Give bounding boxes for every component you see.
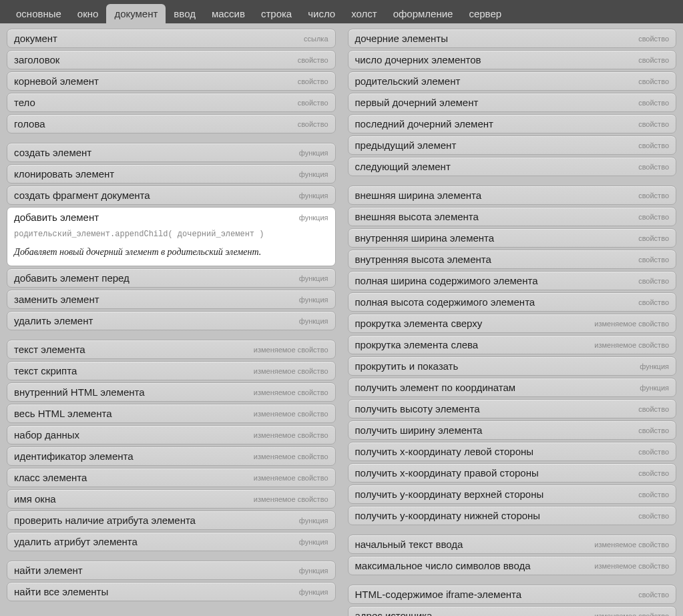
api-item[interactable]: клонировать элементфункция [7, 164, 336, 184]
api-item[interactable]: следующий элементсвойство [348, 157, 677, 176]
api-item[interactable]: удалить атрибут элементафункция [7, 532, 336, 551]
item-label: удалить атрибут элемента [14, 536, 138, 547]
item-label: прокрутка элемента слева [355, 339, 479, 350]
tab-сервер[interactable]: сервер [461, 4, 509, 23]
api-item[interactable]: найти все элементыфункция [7, 582, 336, 601]
api-item[interactable]: предыдущий элементсвойство [348, 135, 677, 155]
api-item[interactable]: добавить элемент передфункция [7, 268, 336, 288]
api-item[interactable]: получить y-координату верхней сторонысво… [348, 485, 677, 504]
api-item[interactable]: класс элементаизменяемое свойство [7, 468, 336, 487]
item-badge: свойство [638, 120, 669, 128]
item-label: адрес источника [355, 610, 433, 616]
api-item[interactable]: заголовоксвойство [7, 50, 336, 69]
item-label: класс элемента [14, 472, 87, 483]
item-badge: ссылка [304, 35, 328, 43]
api-item[interactable]: получить элемент по координатамфункция [348, 378, 677, 397]
item-label: прокрутка элемента сверху [355, 318, 483, 329]
api-item[interactable]: прокрутка элемента слеваизменяемое свойс… [348, 335, 677, 354]
item-label: весь HTML элемента [14, 408, 111, 419]
api-item[interactable]: найти элементфункция [7, 561, 336, 580]
item-label: первый дочерний элемент [355, 97, 479, 108]
tab-ввод[interactable]: ввод [166, 4, 204, 23]
api-item[interactable]: идентификатор элементаизменяемое свойств… [7, 446, 336, 466]
api-item[interactable]: внутренняя высота элементасвойство [348, 250, 677, 269]
api-item[interactable]: создать фрагмент документафункция [7, 186, 336, 205]
right-column: дочерние элементысвойствочисло дочерних … [348, 29, 677, 616]
item-group: HTML-содержимое iframe-элементасвойствоа… [348, 585, 677, 616]
item-label: создать элемент [14, 147, 91, 158]
api-item[interactable]: получить высоту элементасвойство [348, 399, 677, 418]
api-item[interactable]: внутренний HTML элементаизменяемое свойс… [7, 382, 336, 402]
api-item[interactable]: полная ширина содержимого элементасвойст… [348, 271, 677, 290]
item-label: текст элемента [14, 344, 85, 355]
api-item[interactable]: получить x-координату левой сторонысвойс… [348, 442, 677, 461]
item-badge: свойство [638, 163, 669, 171]
item-badge: изменяемое свойство [254, 474, 328, 482]
item-label: внутренняя высота элемента [355, 254, 491, 265]
api-item[interactable]: удалить элементфункция [7, 311, 336, 330]
api-item[interactable]: получить y-координату нижней сторонысвой… [348, 506, 677, 525]
api-item[interactable]: внутренняя ширина элементасвойство [348, 228, 677, 248]
api-item[interactable]: корневой элементсвойство [7, 71, 336, 91]
api-item[interactable]: адрес источникаизменяемое свойство [348, 606, 677, 616]
api-item[interactable]: весь HTML элементаизменяемое свойство [7, 404, 336, 423]
item-label: внутренняя ширина элемента [355, 232, 495, 244]
api-item[interactable]: HTML-содержимое iframe-элементасвойство [348, 585, 677, 604]
tab-основные[interactable]: основные [8, 4, 69, 23]
item-group: дочерние элементысвойствочисло дочерних … [348, 29, 677, 176]
item-badge: изменяемое свойство [594, 562, 669, 570]
api-item[interactable]: головасвойство [7, 114, 336, 133]
api-item[interactable]: телосвойство [7, 93, 336, 112]
api-item[interactable]: получить ширину элементасвойство [348, 420, 677, 440]
tab-строка[interactable]: строка [253, 4, 300, 23]
api-item[interactable]: дочерние элементысвойство [348, 29, 677, 48]
tab-окно[interactable]: окно [69, 4, 107, 23]
item-badge: свойство [638, 491, 669, 499]
api-item[interactable]: заменить элементфункция [7, 290, 336, 309]
item-badge: свойство [298, 120, 328, 128]
api-item[interactable]: максимальное число символов вводаизменяе… [348, 556, 677, 575]
item-label: найти все элементы [14, 586, 108, 597]
item-badge: свойство [298, 99, 328, 107]
item-badge: изменяемое свойство [594, 612, 669, 617]
item-badge: функция [640, 384, 669, 392]
item-badge: свойство [638, 405, 669, 413]
api-item[interactable]: имя окнаизменяемое свойство [7, 489, 336, 509]
item-badge: функция [299, 192, 328, 200]
item-label: найти элемент [14, 565, 83, 576]
api-item[interactable]: прокрутить и показатьфункция [348, 356, 677, 376]
item-label: заголовок [14, 54, 59, 65]
api-item[interactable]: создать элементфункция [7, 143, 336, 162]
api-item[interactable]: текст элементаизменяемое свойство [7, 340, 336, 359]
item-group: документссылказаголовоксвойствокорневой … [7, 29, 336, 133]
api-item[interactable]: проверить наличие атрибута элементафункц… [7, 511, 336, 530]
api-item[interactable]: текст скриптаизменяемое свойство [7, 361, 336, 380]
api-item[interactable]: полная высота содержимого элементасвойст… [348, 292, 677, 312]
api-item[interactable]: первый дочерний элементсвойство [348, 93, 677, 112]
api-item[interactable]: внешняя высота элементасвойство [348, 207, 677, 226]
item-label: идентификатор элемента [14, 450, 134, 462]
api-item[interactable]: документссылка [7, 29, 336, 48]
item-label: внешняя ширина элемента [355, 190, 482, 201]
api-item[interactable]: число дочерних элементовсвойство [348, 50, 677, 69]
api-item[interactable]: родительский элементсвойство [348, 71, 677, 91]
api-item[interactable]: внешняя ширина элементасвойство [348, 186, 677, 205]
api-item[interactable]: последний дочерний элементсвойство [348, 114, 677, 133]
tab-холст[interactable]: холст [343, 4, 385, 23]
api-item[interactable]: набор данныхизменяемое свойство [7, 425, 336, 444]
item-badge: свойство [638, 591, 669, 599]
tab-число[interactable]: число [300, 4, 343, 23]
api-item[interactable]: прокрутка элемента сверхуизменяемое свой… [348, 314, 677, 333]
tab-массив[interactable]: массив [204, 4, 253, 23]
item-badge: функция [299, 517, 328, 525]
tab-оформление[interactable]: оформление [385, 4, 461, 23]
item-badge: изменяемое свойство [254, 495, 328, 503]
api-item[interactable]: получить x-координату правой сторонысвой… [348, 463, 677, 483]
item-badge: изменяемое свойство [254, 431, 328, 439]
item-badge: изменяемое свойство [254, 367, 328, 375]
tab-документ[interactable]: документ [106, 4, 166, 23]
api-item[interactable]: начальный текст вводаизменяемое свойство [348, 535, 677, 554]
item-label: начальный текст ввода [355, 539, 463, 550]
item-label: проверить наличие атрибута элемента [14, 515, 196, 526]
item-badge: свойство [638, 469, 669, 477]
